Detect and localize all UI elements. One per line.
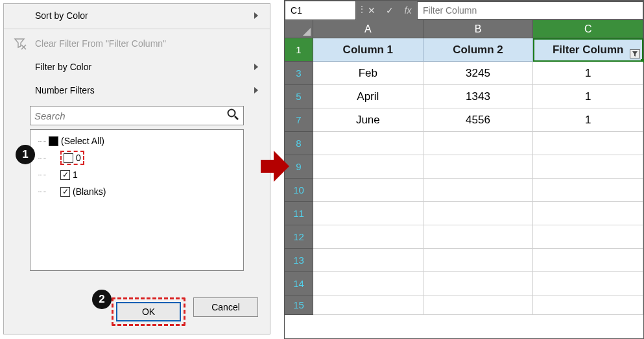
cell[interactable]: 1 [533,62,643,85]
cell[interactable] [533,132,643,155]
filter-applied-icon[interactable] [630,49,640,58]
cell[interactable] [423,295,534,315]
row-header[interactable]: 7 [285,108,313,132]
chevron-right-icon [254,64,258,70]
cell[interactable] [313,249,423,272]
cell-value: Filter Column [553,44,624,56]
menu-label: Clear Filter From "Filter Column" [35,38,166,49]
cell[interactable] [423,179,534,202]
tree-connector-icon [38,158,46,158]
cell[interactable]: 1 [533,108,643,132]
row-header[interactable]: 5 [285,85,313,108]
cell[interactable]: Column 1 [313,38,423,62]
cell[interactable] [313,202,423,225]
cell[interactable]: 4556 [423,108,534,132]
filter-value-label: (Blanks) [73,186,106,197]
name-box[interactable]: C1 [285,1,356,20]
row-header[interactable]: 13 [285,249,313,272]
row-header[interactable]: 14 [285,272,313,295]
column-header-b[interactable]: B [423,20,534,38]
fx-icon[interactable]: fx [399,5,417,16]
cell[interactable] [313,179,423,202]
cell[interactable] [423,249,534,272]
cell[interactable]: 1 [533,85,643,108]
cell[interactable] [533,272,643,295]
column-header-a[interactable]: A [313,20,423,38]
cell[interactable] [313,272,423,295]
row-header[interactable]: 1 [285,38,313,62]
cell[interactable] [423,272,534,295]
cell[interactable] [423,155,534,179]
cell[interactable] [313,132,423,155]
cell[interactable]: Column 2 [423,38,534,62]
callout-highlight: OK [112,297,185,326]
cell[interactable] [533,202,643,225]
filter-value-0[interactable]: 0 [34,149,239,166]
row-header[interactable]: 3 [285,62,313,85]
cell[interactable] [313,155,423,179]
cell[interactable] [533,225,643,249]
filter-value-select-all[interactable]: (Select All) [34,132,239,149]
row-header[interactable]: 15 [285,295,313,315]
menu-label: Sort by Color [35,10,88,21]
cell[interactable] [313,295,423,315]
cell[interactable]: June [313,108,423,132]
cell[interactable]: Feb [313,62,423,85]
row-header[interactable]: 12 [285,225,313,249]
cell[interactable] [313,225,423,249]
filter-by-color-menu[interactable]: Filter by Color [4,55,270,79]
filter-search-box[interactable] [30,106,244,125]
tree-connector-icon [38,192,46,192]
checkbox-checked-icon[interactable] [60,187,70,197]
clear-filter-icon [13,36,27,51]
clear-filter-menu: Clear Filter From "Filter Column" [4,32,270,55]
cell[interactable]: April [313,85,423,108]
checkbox-checked-icon[interactable] [60,170,70,180]
tree-connector-icon [38,175,46,175]
number-filters-menu[interactable]: Number Filters [4,79,270,102]
filter-search-input[interactable] [34,107,224,124]
filter-value-label: (Select All) [61,136,104,146]
select-all-corner[interactable] [285,20,313,38]
divider [4,29,270,29]
cell[interactable] [533,155,643,179]
callout-highlight: 0 [60,151,84,165]
cell[interactable] [423,225,534,249]
checkbox-mixed-icon[interactable] [49,136,58,146]
cell[interactable] [533,249,643,272]
spreadsheet: C1 ✕ ✓ fx Filter Column A B C 1 Column 1… [284,0,644,339]
enter-formula-icon[interactable]: ✓ [381,1,399,19]
cell[interactable] [423,202,534,225]
row-header[interactable]: 10 [285,179,313,202]
cell-selected[interactable]: Filter Column [533,38,643,62]
filter-value-blanks[interactable]: (Blanks) [34,183,239,200]
grid: A B C 1 Column 1 Column 2 Filter Column … [285,20,643,315]
cell[interactable]: 3245 [423,62,534,85]
cell[interactable]: 1343 [423,85,534,108]
formula-input[interactable]: Filter Column [417,1,643,19]
tree-connector-icon [38,141,46,142]
cell[interactable] [533,179,643,202]
callout-badge-2: 2 [92,290,112,309]
sort-by-color-menu[interactable]: Sort by Color [4,4,270,27]
dialog-buttons: OK Cancel [112,297,258,326]
cell[interactable] [533,295,643,315]
formula-bar: C1 ✕ ✓ fx Filter Column [285,1,643,20]
cancel-button[interactable]: Cancel [193,297,258,317]
search-icon[interactable] [224,108,239,124]
chevron-right-icon [254,12,258,19]
checkbox-unchecked-icon[interactable] [64,153,73,163]
ok-button[interactable]: OK [116,302,181,321]
cell[interactable] [423,132,534,155]
filter-values-list: (Select All) 0 1 (Blanks) [30,129,244,271]
namebar-separator-icon [356,1,363,20]
autofilter-menu: Sort by Color Clear Filter From "Filter … [3,3,270,334]
row-header[interactable]: 11 [285,202,313,225]
callout-badge-1: 1 [16,145,35,164]
svg-point-2 [228,109,235,116]
filter-value-1[interactable]: 1 [34,166,239,183]
menu-label: Number Filters [35,85,95,95]
arrow-right-icon [261,151,289,182]
column-header-c[interactable]: C [533,20,643,38]
svg-line-3 [235,116,238,119]
